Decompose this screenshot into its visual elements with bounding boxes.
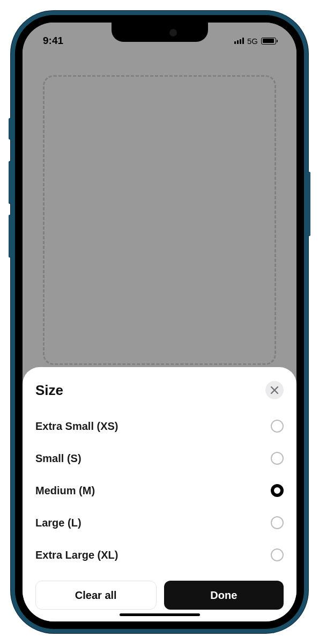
radio-icon [271, 516, 284, 529]
option-label: Large (L) [35, 517, 81, 529]
radio-icon [271, 548, 284, 561]
radio-icon [271, 452, 284, 465]
notch [112, 23, 208, 42]
sheet-actions: Clear all Done [35, 581, 284, 610]
phone-frame: 9:41 5G Size [11, 11, 308, 633]
content-placeholder [43, 75, 276, 365]
size-filter-sheet: Size Extra Small (XS) Small (S) [23, 367, 296, 621]
sheet-header: Size [35, 381, 284, 399]
size-option-l[interactable]: Large (L) [35, 507, 284, 539]
power-button [308, 172, 310, 236]
home-indicator[interactable] [120, 613, 200, 616]
radio-icon [271, 420, 284, 433]
sheet-title: Size [35, 382, 63, 399]
volume-down-button [9, 215, 11, 258]
close-icon [271, 386, 278, 394]
option-label: Extra Large (XL) [35, 549, 118, 561]
size-option-s[interactable]: Small (S) [35, 442, 284, 474]
battery-icon [261, 38, 276, 45]
option-label: Medium (M) [35, 485, 95, 497]
screen: 9:41 5G Size [23, 23, 296, 621]
clear-all-button[interactable]: Clear all [35, 581, 157, 610]
option-label: Small (S) [35, 452, 81, 465]
close-button[interactable] [265, 381, 284, 399]
size-option-m[interactable]: Medium (M) [35, 474, 284, 507]
status-right: 5G [234, 36, 276, 46]
status-time: 9:41 [43, 35, 63, 47]
option-label: Extra Small (XS) [35, 420, 118, 433]
volume-up-button [9, 161, 11, 204]
size-option-list: Extra Small (XS) Small (S) Medium (M) La… [35, 410, 284, 571]
phone-bezel: 9:41 5G Size [15, 15, 304, 629]
size-option-xs[interactable]: Extra Small (XS) [35, 410, 284, 442]
size-option-xl[interactable]: Extra Large (XL) [35, 539, 284, 571]
done-button[interactable]: Done [164, 581, 284, 610]
network-label: 5G [247, 36, 258, 46]
signal-icon [234, 38, 244, 44]
radio-icon-selected [271, 484, 284, 497]
side-button [9, 118, 11, 140]
